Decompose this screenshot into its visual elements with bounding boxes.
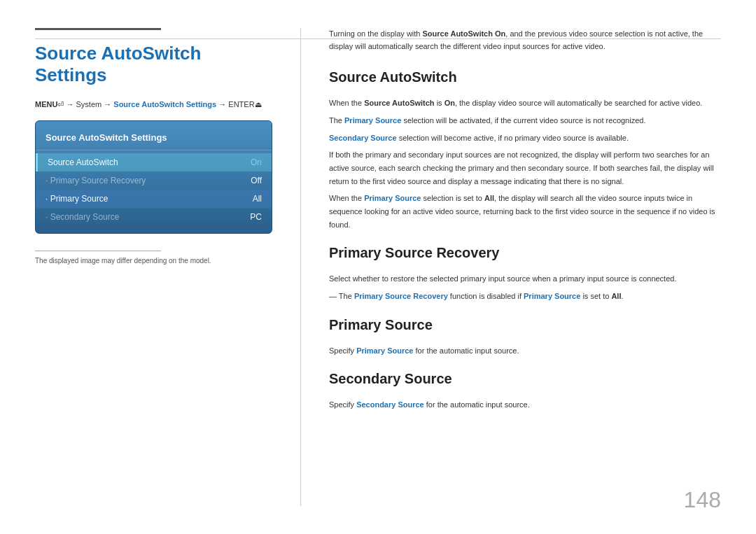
section-title-primary-source: Primary Source — [329, 317, 721, 337]
page-title: Source AutoSwitch Settings — [35, 43, 272, 86]
menu-item-primary-recovery[interactable]: · Primary Source Recovery Off — [36, 171, 272, 190]
right-column: Turning on the display with Source AutoS… — [329, 28, 721, 506]
section-primary-source-recovery: Primary Source Recovery Select whether t… — [329, 245, 721, 302]
menu-item-source-autoswitch[interactable]: Source AutoSwitch On — [36, 153, 272, 171]
footnote-divider — [35, 251, 161, 251]
section-title-primary-source-recovery: Primary Source Recovery — [329, 245, 721, 265]
section-source-autoswitch: Source AutoSwitch When the Source AutoSw… — [329, 69, 721, 231]
section-title-source-autoswitch: Source AutoSwitch — [329, 69, 721, 90]
top-divider — [35, 28, 161, 30]
section-body-secondary-source: Specify Secondary Source for the automat… — [329, 398, 721, 412]
ui-box-title: Source AutoSwitch Settings — [36, 128, 272, 150]
section-body-primary-source-recovery: Select whether to restore the selected p… — [329, 272, 721, 302]
menu-item-label-primary-recovery: · Primary Source Recovery — [46, 176, 146, 185]
section-secondary-source: Secondary Source Specify Secondary Sourc… — [329, 371, 721, 412]
menu-item-primary-source[interactable]: · Primary Source All — [36, 190, 272, 208]
section-primary-source: Primary Source Specify Primary Source fo… — [329, 317, 721, 358]
footnote: The displayed image may differ depending… — [35, 257, 272, 265]
top-rule — [35, 38, 721, 39]
menu-item-value-secondary-source: PC — [250, 212, 262, 222]
menu-path-text: MENU⏎ → System → Source AutoSwitch Setti… — [35, 100, 262, 108]
menu-item-value-primary-recovery: Off — [251, 176, 262, 185]
section-body-primary-source: Specify Primary Source for the automatic… — [329, 344, 721, 358]
menu-item-label-primary-source: · Primary Source — [46, 194, 108, 204]
section-title-secondary-source: Secondary Source — [329, 371, 721, 391]
intro-text: Turning on the display with Source AutoS… — [329, 28, 721, 52]
menu-path: MENU⏎ → System → Source AutoSwitch Setti… — [35, 100, 272, 109]
menu-item-label-secondary-source: · Secondary Source — [46, 212, 119, 222]
section-body-source-autoswitch: When the Source AutoSwitch is On, the di… — [329, 97, 721, 231]
left-column: Source AutoSwitch Settings MENU⏎ → Syste… — [35, 28, 301, 506]
page-number: 148 — [684, 487, 721, 513]
menu-item-value-source-autoswitch: On — [251, 157, 262, 167]
menu-item-label-source-autoswitch: Source AutoSwitch — [48, 157, 118, 167]
menu-item-secondary-source[interactable]: · Secondary Source PC — [36, 208, 272, 226]
ui-settings-box: Source AutoSwitch Settings Source AutoSw… — [35, 120, 272, 234]
menu-item-value-primary-source: All — [253, 194, 262, 204]
